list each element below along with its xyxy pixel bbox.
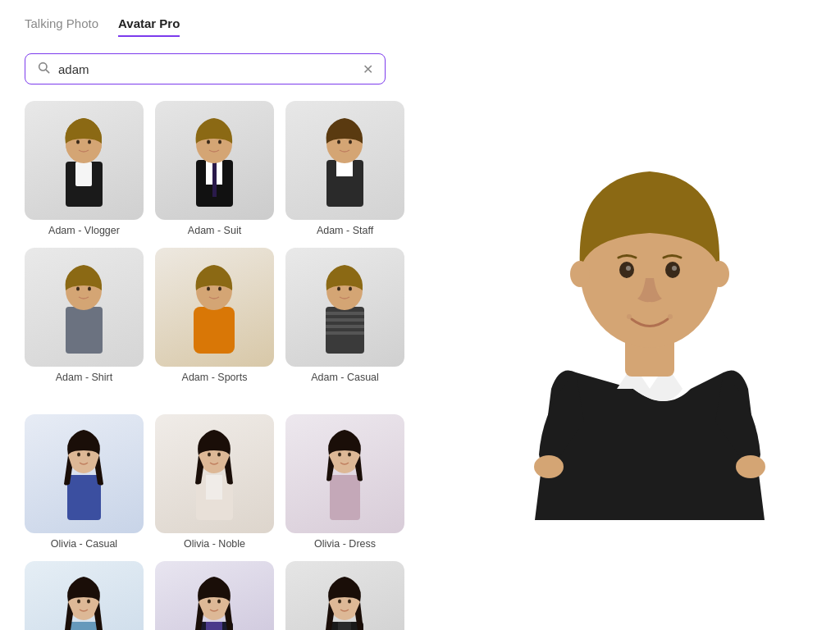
svg-point-18 — [349, 140, 352, 144]
avatar-card-adam-casual — [285, 248, 404, 367]
avatar-card-olivia-business — [285, 561, 404, 630]
svg-line-1 — [46, 70, 48, 72]
svg-point-6 — [76, 140, 80, 144]
svg-point-0 — [39, 63, 47, 71]
svg-rect-31 — [326, 331, 364, 335]
svg-point-63 — [736, 455, 765, 478]
avatar-item-olivia-casual[interactable]: Olivia - Casual — [25, 414, 144, 550]
svg-rect-35 — [67, 475, 101, 520]
avatar-label-adam-shirt: Adam - Shirt — [56, 372, 112, 383]
tab-talking-photo[interactable]: Talking Photo — [25, 16, 98, 37]
avatar-label-adam-sports: Adam - Sports — [182, 372, 248, 383]
svg-point-25 — [207, 287, 210, 291]
svg-rect-53 — [206, 622, 222, 630]
search-box: ✕ — [25, 53, 386, 84]
avatar-card-olivia-teacher — [155, 561, 274, 630]
svg-rect-19 — [66, 307, 103, 354]
svg-point-26 — [218, 287, 221, 291]
avatar-item-olivia-business[interactable]: Olivia - Business — [285, 561, 404, 630]
svg-rect-40 — [206, 475, 222, 500]
svg-point-42 — [208, 453, 211, 457]
svg-rect-30 — [326, 325, 364, 328]
svg-point-70 — [626, 266, 631, 271]
avatar-item-olivia-shirt[interactable]: Olivia - Shirt — [25, 561, 144, 630]
svg-point-21 — [76, 287, 80, 291]
avatar-item-adam-casual[interactable]: Adam - Casual — [285, 248, 404, 383]
svg-point-37 — [77, 453, 80, 457]
avatar-label-adam-vlogger: Adam - Vlogger — [48, 225, 120, 236]
avatar-grid: Adam - Vlogger Adam - Suit — [25, 101, 484, 630]
left-panel: Talking Photo Avatar Pro ✕ — [25, 16, 484, 614]
tab-avatar-pro[interactable]: Avatar Pro — [118, 16, 180, 37]
svg-point-43 — [217, 453, 221, 457]
avatar-item-adam-vlogger[interactable]: Adam - Vlogger — [25, 101, 144, 236]
svg-point-33 — [337, 287, 340, 291]
svg-rect-58 — [338, 622, 351, 630]
avatar-card-adam-staff — [285, 101, 404, 220]
avatar-card-adam-vlogger — [25, 101, 144, 220]
svg-point-17 — [337, 140, 340, 144]
avatar-label-olivia-dress: Olivia - Dress — [314, 538, 376, 550]
svg-point-22 — [88, 287, 91, 291]
svg-point-51 — [87, 600, 90, 604]
search-icon — [37, 61, 50, 77]
avatar-label-olivia-noble: Olivia - Noble — [184, 538, 245, 550]
right-panel — [484, 16, 815, 614]
svg-point-71 — [672, 266, 677, 271]
clear-search-icon[interactable]: ✕ — [363, 62, 373, 77]
svg-point-46 — [338, 453, 341, 457]
svg-point-38 — [87, 453, 90, 457]
avatar-card-olivia-dress — [285, 414, 404, 533]
avatar-item-adam-suit[interactable]: Adam - Suit — [155, 101, 274, 236]
avatar-item-adam-sports[interactable]: Adam - Sports — [155, 248, 274, 383]
avatar-label-adam-casual: Adam - Casual — [311, 372, 379, 383]
svg-point-73 — [668, 314, 673, 319]
svg-point-67 — [710, 261, 729, 287]
search-input[interactable] — [58, 62, 354, 76]
avatar-item-adam-staff[interactable]: Adam - Staff — [285, 101, 404, 236]
svg-rect-23 — [194, 307, 235, 354]
selected-avatar-display — [510, 110, 789, 520]
avatar-item-olivia-dress[interactable]: Olivia - Dress — [285, 414, 404, 550]
avatar-item-olivia-noble[interactable]: Olivia - Noble — [155, 414, 274, 550]
svg-point-62 — [534, 455, 564, 478]
svg-point-13 — [218, 140, 221, 144]
avatar-card-olivia-casual — [25, 414, 144, 533]
svg-rect-28 — [326, 312, 364, 315]
svg-rect-4 — [75, 162, 92, 186]
svg-point-72 — [627, 314, 632, 319]
avatar-item-olivia-teacher[interactable]: Olivia - Teacher — [155, 561, 274, 630]
svg-point-50 — [77, 600, 80, 604]
svg-rect-29 — [326, 318, 364, 322]
svg-point-12 — [207, 140, 210, 144]
svg-point-47 — [348, 453, 351, 457]
svg-rect-44 — [330, 475, 360, 520]
avatar-card-olivia-noble — [155, 414, 274, 533]
avatar-label-adam-suit: Adam - Suit — [188, 225, 241, 236]
svg-point-7 — [88, 140, 91, 144]
avatar-item-adam-shirt[interactable]: Adam - Shirt — [25, 248, 144, 383]
avatar-card-olivia-shirt — [25, 561, 144, 630]
svg-point-66 — [570, 261, 590, 287]
grid-separator — [25, 395, 404, 403]
avatar-card-adam-shirt — [25, 248, 144, 367]
svg-point-34 — [349, 287, 352, 291]
tabs: Talking Photo Avatar Pro — [25, 16, 484, 37]
avatar-label-adam-staff: Adam - Staff — [317, 225, 373, 236]
svg-point-61 — [348, 600, 351, 604]
svg-point-55 — [208, 600, 211, 604]
avatar-label-olivia-casual: Olivia - Casual — [51, 538, 117, 550]
avatar-card-adam-sports — [155, 248, 274, 367]
avatar-card-adam-suit — [155, 101, 274, 220]
svg-rect-10 — [212, 160, 217, 197]
svg-point-60 — [338, 600, 341, 604]
svg-point-56 — [217, 600, 221, 604]
